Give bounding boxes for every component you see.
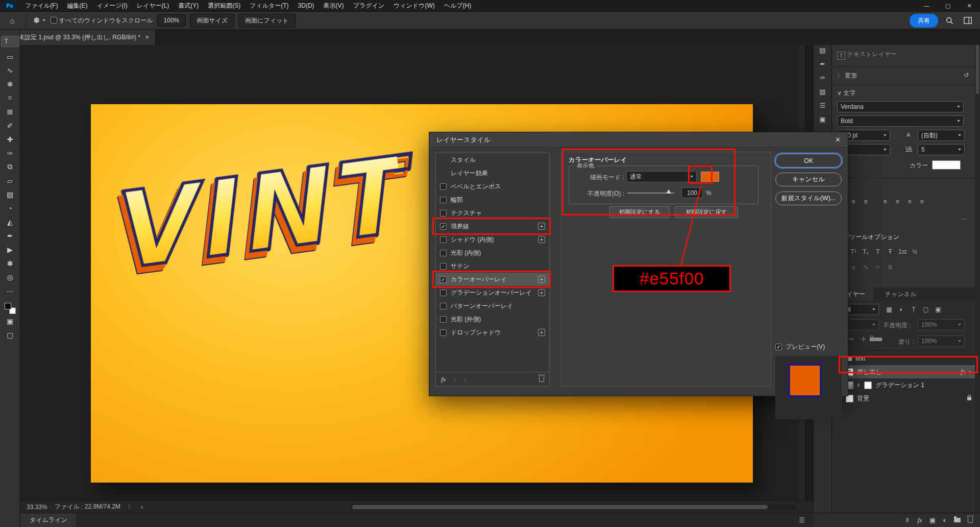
- mask-thumbnail[interactable]: [864, 381, 872, 389]
- gradient-tool[interactable]: ▨: [1, 187, 19, 201]
- link-layers-icon[interactable]: ∞: [904, 518, 912, 522]
- menu-file[interactable]: ファイル(F): [20, 0, 62, 12]
- style-item-texture[interactable]: テクスチャ: [436, 206, 549, 220]
- checkbox-icon[interactable]: ✓: [440, 223, 447, 230]
- chevron-down-icon[interactable]: ▾: [969, 369, 971, 375]
- transform-section[interactable]: 〉 変形: [837, 71, 857, 80]
- style-item-contour[interactable]: 輪郭: [436, 193, 549, 206]
- reset-transform-icon[interactable]: ↺: [964, 71, 969, 79]
- checkbox-icon[interactable]: [440, 236, 447, 243]
- style-item-styles[interactable]: スタイル: [436, 153, 549, 166]
- char-option-icon[interactable]: ≈: [872, 264, 884, 271]
- screen-mode-icon[interactable]: ▢: [1, 328, 19, 342]
- justify-center-icon[interactable]: ≡: [891, 198, 903, 205]
- checkbox-icon[interactable]: [440, 290, 447, 296]
- char-option-icon[interactable]: T: [872, 248, 884, 255]
- menu-filter[interactable]: フィルター(T): [245, 0, 293, 12]
- hand-tool-icon[interactable]: ✽: [32, 14, 46, 27]
- fx-icon[interactable]: fx: [441, 375, 446, 384]
- plus-icon[interactable]: +: [538, 329, 545, 336]
- menu-help[interactable]: ヘルプ(H): [439, 0, 476, 12]
- checkbox-icon[interactable]: [440, 183, 447, 190]
- char-option-icon[interactable]: ⌀: [847, 264, 860, 271]
- checkbox-icon[interactable]: [440, 316, 447, 323]
- new-style-button[interactable]: 新規スタイル(W)...: [775, 191, 842, 205]
- quick-selection-tool[interactable]: ❋: [1, 77, 19, 91]
- move-style-up-icon[interactable]: ↑: [453, 375, 456, 383]
- lock-position-icon[interactable]: ✛: [857, 336, 870, 343]
- set-default-button[interactable]: 初期設定にする: [609, 206, 670, 218]
- clone-stamp-tool[interactable]: ⧉: [1, 160, 19, 174]
- screen-size-button[interactable]: 画面サイズ: [190, 14, 234, 28]
- text-color-swatch[interactable]: [932, 160, 961, 170]
- menu-window[interactable]: ウィンドウ(W): [389, 0, 439, 12]
- dodge-tool[interactable]: ◭: [1, 215, 19, 229]
- checkbox-icon[interactable]: [440, 210, 447, 217]
- marquee-tool[interactable]: ▭: [1, 50, 19, 63]
- plus-icon[interactable]: +: [538, 289, 545, 296]
- filter-smart-icon[interactable]: ▣: [932, 306, 944, 313]
- eyedropper-tool[interactable]: ✐: [1, 118, 19, 132]
- font-family-select[interactable]: Verdana: [837, 101, 964, 112]
- filter-type-icon[interactable]: T: [908, 306, 920, 313]
- pen-tool[interactable]: ✒: [1, 229, 19, 243]
- char-option-icon[interactable]: T¹: [847, 248, 860, 255]
- plus-icon[interactable]: +: [538, 276, 545, 283]
- preview-checkbox[interactable]: ✓ プレビュー(V): [775, 343, 825, 351]
- maximize-button[interactable]: ▢: [937, 0, 959, 12]
- edit-toolbar-icon[interactable]: ⋯: [1, 284, 19, 298]
- document-tab[interactable]: 名称未設定 1.psd @ 33.3% (押し出し, RGB/8#) * ×: [0, 30, 156, 45]
- layer-name[interactable]: text: [855, 355, 865, 362]
- zoom-tool[interactable]: ◎: [1, 270, 19, 284]
- menu-select[interactable]: 選択範囲(S): [203, 0, 245, 12]
- new-group-icon[interactable]: [954, 516, 961, 524]
- align-center-icon[interactable]: ≡: [847, 198, 860, 205]
- tracking-select[interactable]: 5: [918, 144, 965, 155]
- collapsed-panel-icon[interactable]: ✒: [820, 60, 825, 68]
- status-options-arrow[interactable]: 〉: [128, 502, 134, 511]
- layer-name[interactable]: 押し出し: [857, 368, 882, 376]
- leading-select[interactable]: (自動): [918, 130, 965, 141]
- checkbox-icon[interactable]: [440, 250, 447, 256]
- slider-thumb[interactable]: [666, 189, 671, 194]
- plus-icon[interactable]: +: [538, 236, 545, 243]
- eraser-tool[interactable]: ▱: [1, 174, 19, 187]
- opacity-slider[interactable]: [627, 193, 674, 194]
- checkbox-icon[interactable]: [440, 329, 447, 336]
- collapsed-panel-icon[interactable]: ✑: [820, 74, 825, 82]
- move-style-down-icon[interactable]: ↓: [463, 375, 467, 383]
- layer-row-extrude[interactable]: T 押し出し fx ▾: [832, 365, 975, 378]
- zoom-level[interactable]: 33.33%: [27, 504, 47, 511]
- menu-3d[interactable]: 3D(D): [293, 0, 319, 12]
- char-option-icon[interactable]: ∿: [860, 264, 872, 271]
- ok-button[interactable]: OK: [775, 154, 842, 167]
- char-option-icon[interactable]: ≣: [884, 264, 896, 271]
- add-layer-style-icon[interactable]: fx: [917, 516, 922, 524]
- reset-default-button[interactable]: 初期設定に戻す: [675, 206, 738, 218]
- style-item-bevel-emboss[interactable]: ベベルとエンボス: [436, 180, 549, 193]
- checkbox-icon[interactable]: [440, 303, 447, 309]
- layer-row-gradient[interactable]: ∞ グラデーション 1: [832, 378, 975, 392]
- scroll-all-windows-checkbox[interactable]: すべてのウィンドウをスクロール: [51, 16, 153, 25]
- minimize-button[interactable]: —: [916, 0, 937, 12]
- close-button[interactable]: ✕: [959, 0, 980, 12]
- justify-all-icon[interactable]: ≡: [916, 198, 928, 205]
- checkbox-icon[interactable]: [51, 17, 57, 23]
- tab-channels[interactable]: チャンネル: [877, 288, 924, 301]
- align-right-icon[interactable]: ≡: [860, 198, 872, 205]
- tab-timeline[interactable]: タイムライン: [20, 513, 77, 527]
- fit-screen-button[interactable]: 画面にフィット: [238, 14, 295, 28]
- style-item-pattern-overlay[interactable]: パターンオーバーレイ: [436, 299, 549, 313]
- zoom-100-button[interactable]: 100%: [157, 14, 186, 27]
- layer-row-background[interactable]: 背景: [832, 392, 975, 405]
- style-item-inner-glow[interactable]: 光彩 (内側): [436, 246, 549, 259]
- checkbox-icon[interactable]: ✓: [775, 344, 782, 350]
- menu-plugins[interactable]: プラグイン: [349, 0, 389, 12]
- add-mask-icon[interactable]: ▣: [929, 516, 936, 524]
- hand-tool[interactable]: ✽: [1, 256, 19, 270]
- home-icon[interactable]: ⌂: [5, 14, 19, 27]
- crop-tool[interactable]: ⌗: [1, 91, 19, 105]
- justify-right-icon[interactable]: ≡: [903, 198, 916, 205]
- fx-badge[interactable]: fx: [961, 368, 965, 376]
- delete-layer-icon[interactable]: [968, 516, 973, 524]
